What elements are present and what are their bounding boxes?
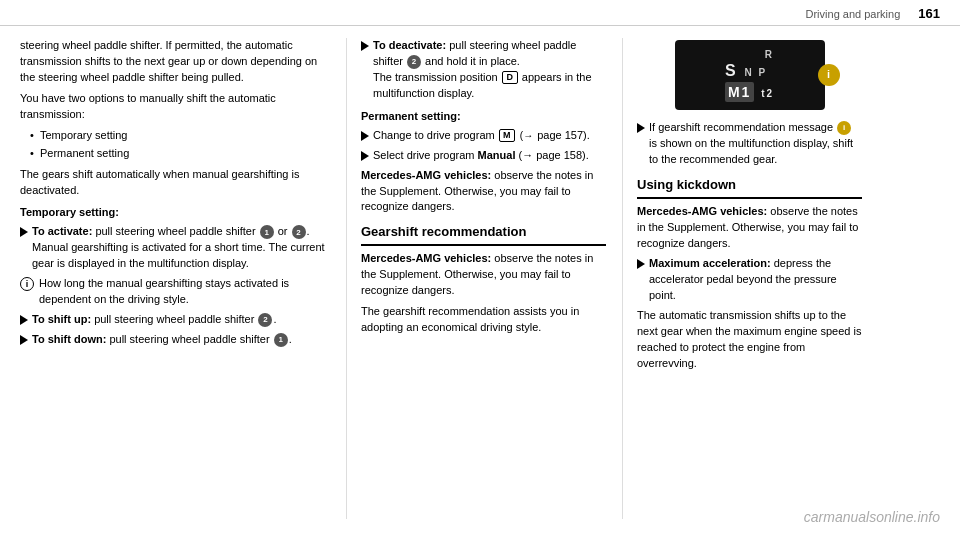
gear-main-row: S N P <box>725 61 774 82</box>
activate-arrow-icon <box>20 227 28 237</box>
info-text: How long the manual gearshifting stays a… <box>39 276 330 308</box>
shift-down-text: pull steering wheel paddle shifter 1. <box>109 333 291 345</box>
gear-top-row: R <box>741 48 774 61</box>
shift-up-arrow-icon <box>20 315 28 325</box>
badge-1: 1 <box>260 225 274 239</box>
perm1-content: Change to drive program M (→ page 157). <box>373 128 590 144</box>
deactivate-arrow-icon <box>361 41 369 51</box>
shift-up-text: pull steering wheel paddle shifter 2. <box>94 313 276 325</box>
middle-column: To deactivate: pull steering wheel paddl… <box>346 38 606 519</box>
gearshift-mercedes-note: Mercedes-AMG vehicles: observe the notes… <box>361 251 606 299</box>
badge-M: M <box>499 129 515 142</box>
gearshift-heading: Gearshift recommendation <box>361 223 606 246</box>
intro-text: steering wheel paddle shifter. If permit… <box>20 38 330 86</box>
permanent-item2: Select drive program Manual (→ page 158)… <box>361 148 606 164</box>
mercedes-amg-label: Mercedes-AMG vehicles: <box>361 169 491 181</box>
page: Driving and parking 161 steering wheel p… <box>0 0 960 533</box>
option-permanent: Permanent setting <box>30 146 330 162</box>
gearshift-rec-content: If gearshift recommendation message i is… <box>649 120 862 168</box>
options-list: Temporary setting Permanent setting <box>20 128 330 162</box>
temporary-heading: Temporary setting: <box>20 205 330 221</box>
shift-down-label: To shift down: <box>32 333 106 345</box>
perm2-content: Select drive program Manual (→ page 158)… <box>373 148 589 164</box>
header: Driving and parking 161 <box>0 0 960 26</box>
kickdown-heading: Using kickdown <box>637 176 862 199</box>
gearshift-rec-text: If gearshift recommendation message i is… <box>649 121 853 165</box>
badge-D: D <box>502 71 518 84</box>
activate-note: Manual gearshifting is activated for a s… <box>32 241 325 269</box>
perm2-arrow-icon <box>361 151 369 161</box>
activate-text: pull steering wheel paddle shifter 1 or … <box>95 225 309 237</box>
info-icon: i <box>20 277 34 291</box>
option-temporary: Temporary setting <box>30 128 330 144</box>
gear-display-wrapper: R S N P M1 t2 i <box>670 40 830 110</box>
shift-down-item: To shift down: pull steering wheel paddl… <box>20 332 330 348</box>
header-title: Driving and parking <box>806 8 901 20</box>
gear-t2: t2 <box>756 87 774 100</box>
perm1-arrow-icon <box>361 131 369 141</box>
content-area: steering wheel paddle shifter. If permit… <box>0 26 960 527</box>
gear-display: R S N P M1 t2 <box>675 40 825 110</box>
kickdown-mercedes-label: Mercedes-AMG vehicles: <box>637 205 767 217</box>
gear-circle-label: i <box>827 67 830 83</box>
auto-trans-text: The automatic transmission shifts up to … <box>637 308 862 372</box>
left-column: steering wheel paddle shifter. If permit… <box>20 38 330 519</box>
gearshift-rec-arrow-icon <box>637 123 645 133</box>
watermark: carmanualsonline.info <box>804 509 940 525</box>
deactivate-item: To deactivate: pull steering wheel paddl… <box>361 38 606 102</box>
deactivate-content: To deactivate: pull steering wheel paddl… <box>373 38 606 102</box>
shift-down-content: To shift down: pull steering wheel paddl… <box>32 332 292 348</box>
gear-np: N P <box>740 66 767 79</box>
right-column: R S N P M1 t2 i <box>622 38 862 519</box>
permanent-heading: Permanent setting: <box>361 109 606 125</box>
max-accel-content: Maximum acceleration: depress the accele… <box>649 256 862 304</box>
perm1-arrow-ref: (→ <box>520 129 533 144</box>
gear-note: The gears shift automatically when manua… <box>20 167 330 199</box>
activate-content: To activate: pull steering wheel paddle … <box>32 224 330 272</box>
gearshift-assist-text: The gearshift recommendation assists you… <box>361 304 606 336</box>
gear-display-inner: R S N P M1 t2 <box>725 48 774 102</box>
max-accel-label: Maximum acceleration: <box>649 257 771 269</box>
options-intro: You have two options to manually shift t… <box>20 91 330 123</box>
shift-down-arrow-icon <box>20 335 28 345</box>
gear-m1: M1 <box>725 82 754 102</box>
badge-shift-up: 2 <box>258 313 272 327</box>
badge-i: i <box>837 121 851 135</box>
badge-deactivate: 2 <box>407 55 421 69</box>
badge-2: 2 <box>292 225 306 239</box>
perm2-text: Select drive program Manual (→ page 158)… <box>373 149 589 161</box>
max-accel-arrow-icon <box>637 259 645 269</box>
gear-circle-badge: i <box>818 64 840 86</box>
shift-up-item: To shift up: pull steering wheel paddle … <box>20 312 330 328</box>
activate-label: To activate: <box>32 225 92 237</box>
permanent-item1: Change to drive program M (→ page 157). <box>361 128 606 144</box>
mercedes-amg-note: Mercedes-AMG vehicles: observe the notes… <box>361 168 606 216</box>
shift-up-label: To shift up: <box>32 313 91 325</box>
kickdown-mercedes-note: Mercedes-AMG vehicles: observe the notes… <box>637 204 862 252</box>
gearshift-rec-item: If gearshift recommendation message i is… <box>637 120 862 168</box>
gearshift-mercedes-label: Mercedes-AMG vehicles: <box>361 252 491 264</box>
shift-up-content: To shift up: pull steering wheel paddle … <box>32 312 276 328</box>
activate-item: To activate: pull steering wheel paddle … <box>20 224 330 272</box>
perm1-text: Change to drive program M (→ page 157). <box>373 129 590 141</box>
deactivate-label: To deactivate: <box>373 39 446 51</box>
max-accel-item: Maximum acceleration: depress the accele… <box>637 256 862 304</box>
badge-shift-down: 1 <box>274 333 288 347</box>
info-item: i How long the manual gearshifting stays… <box>20 276 330 308</box>
gear-s: S <box>725 61 738 82</box>
header-page-number: 161 <box>918 6 940 21</box>
gear-m-row: M1 t2 <box>725 82 774 102</box>
